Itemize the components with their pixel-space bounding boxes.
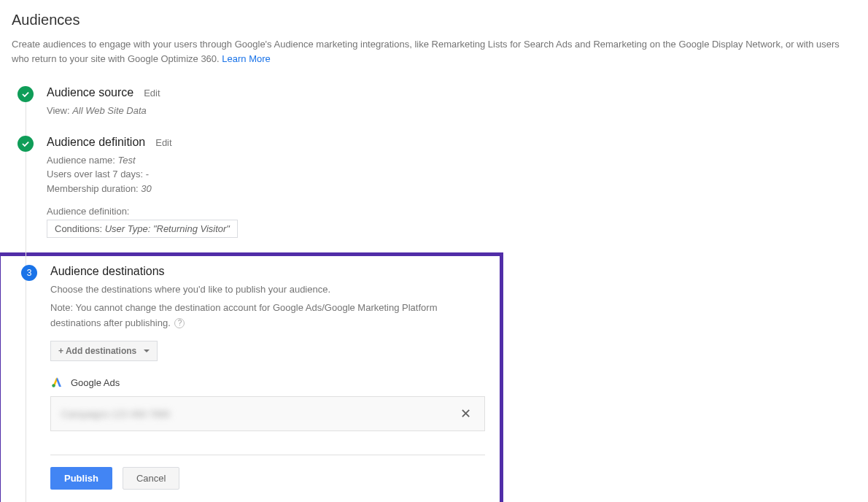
definition-def-label: Audience definition: <box>47 206 856 217</box>
definition-conditions-box: Conditions: User Type: "Returning Visito… <box>47 220 238 238</box>
definition-duration-value: 30 <box>141 183 151 194</box>
source-view-label: View: <box>47 105 72 116</box>
definition-name-row: Audience name: Test <box>47 153 856 168</box>
step-destinations-highlight: 3 Audience destinations Choose the desti… <box>0 252 503 502</box>
definition-duration-label: Membership duration: <box>47 183 141 194</box>
step-definition-title: Audience definition <box>47 136 145 149</box>
destinations-note: Note: You cannot change the destination … <box>50 301 485 331</box>
destination-account-masked: Campaigns 123 456 7890 <box>61 409 170 420</box>
svg-point-0 <box>52 385 55 388</box>
add-destinations-button[interactable]: + Add destinations <box>50 341 158 361</box>
definition-users-label: Users over last 7 days: <box>47 169 146 179</box>
checkmark-icon <box>18 136 34 152</box>
google-ads-icon <box>50 376 63 389</box>
edit-source-link[interactable]: Edit <box>144 88 160 99</box>
add-destinations-label: + Add destinations <box>58 346 136 356</box>
source-view-row: View: All Web Site Data <box>47 104 856 118</box>
page-description-text: Create audiences to engage with your use… <box>12 39 840 64</box>
divider <box>50 455 485 455</box>
destination-name: Google Ads <box>71 377 120 388</box>
step-source-title: Audience source <box>47 86 133 99</box>
remove-destination-icon[interactable]: ✕ <box>457 406 474 422</box>
learn-more-link[interactable]: Learn More <box>222 53 270 64</box>
chevron-down-icon <box>144 350 150 352</box>
conditions-value: User Type: "Returning Visitor" <box>105 223 230 234</box>
action-button-row: Publish Cancel <box>50 467 485 490</box>
definition-users-row: Users over last 7 days: - <box>47 167 856 182</box>
definition-name-label: Audience name: <box>47 155 118 166</box>
destinations-note-text: Note: You cannot change the destination … <box>50 302 437 328</box>
page-title: Audiences <box>12 12 856 28</box>
step-audience-definition: Audience definition Edit Audience name: … <box>18 136 856 239</box>
step-number-badge: 3 <box>21 265 37 281</box>
definition-duration-row: Membership duration: 30 <box>47 182 856 196</box>
destinations-description: Choose the destinations where you'd like… <box>50 282 485 298</box>
source-view-value: All Web Site Data <box>72 105 147 116</box>
edit-definition-link[interactable]: Edit <box>155 137 171 148</box>
step-audience-source: Audience source Edit View: All Web Site … <box>18 86 856 118</box>
page-description: Create audiences to engage with your use… <box>12 37 856 66</box>
conditions-label: Conditions: <box>55 223 105 234</box>
help-icon[interactable]: ? <box>174 318 185 328</box>
destination-account-row: Campaigns 123 456 7890 ✕ <box>50 396 485 431</box>
definition-name-value: Test <box>118 155 136 166</box>
checkmark-icon <box>18 86 34 102</box>
destination-google-ads: Google Ads <box>50 376 485 389</box>
step-destinations-title: Audience destinations <box>50 265 165 278</box>
step-audience-destinations: 3 Audience destinations Choose the desti… <box>21 265 485 490</box>
cancel-button[interactable]: Cancel <box>123 467 179 490</box>
definition-users-value: - <box>146 169 149 179</box>
publish-button[interactable]: Publish <box>50 467 112 490</box>
